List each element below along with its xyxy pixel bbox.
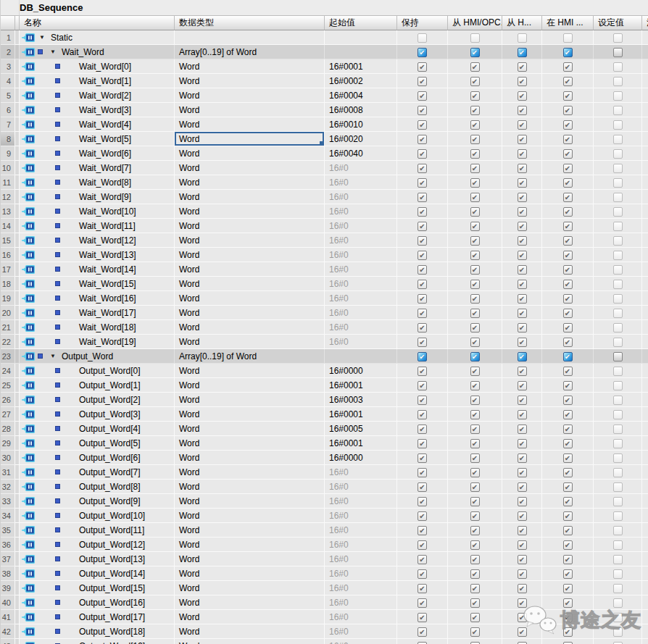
datatype-cell[interactable]: Word (175, 175, 325, 190)
datatype-cell[interactable]: Word (175, 103, 325, 117)
name-cell[interactable]: Output_Word[0] (20, 364, 175, 378)
datatype-cell[interactable]: Word (175, 117, 325, 132)
start-value-cell[interactable] (325, 30, 397, 45)
header-name[interactable]: 名称 (20, 16, 175, 30)
start-value-cell[interactable]: 16#0008 (325, 103, 397, 117)
checkbox-in-hmi[interactable]: ✔ (563, 352, 573, 361)
row-number[interactable]: 13 (1, 204, 15, 219)
row-number[interactable]: 22 (1, 335, 15, 349)
datatype-cell[interactable]: Word (175, 378, 325, 393)
start-value-cell[interactable]: 16#0003 (325, 393, 397, 407)
checkbox-from-h[interactable]: ✔ (518, 352, 527, 361)
datatype-cell[interactable]: Word (175, 595, 325, 610)
row-number[interactable]: 36 (1, 538, 15, 552)
datatype-cell[interactable]: Word (175, 219, 325, 233)
row-number[interactable]: 38 (1, 566, 15, 581)
start-value-cell[interactable]: 16#0 (325, 306, 397, 320)
datatype-cell[interactable]: Word (175, 436, 325, 451)
datatype-cell[interactable]: Word (175, 494, 325, 509)
row-number[interactable]: 7 (1, 117, 15, 132)
start-value-cell[interactable]: 16#0 (325, 204, 397, 219)
datatype-cell[interactable]: Word (175, 610, 325, 624)
start-value-cell[interactable]: 16#0 (325, 610, 397, 624)
datatype-cell[interactable]: Word (175, 190, 325, 204)
row-number[interactable]: 17 (1, 262, 15, 277)
start-value-cell[interactable]: 16#0 (325, 161, 397, 175)
checkbox-in-hmi[interactable]: ✔ (563, 48, 573, 57)
name-cell[interactable]: Wait_Word[17] (20, 306, 175, 320)
row-number[interactable]: 40 (1, 595, 15, 610)
header-from-h[interactable]: 从 H... (502, 16, 542, 30)
datatype-cell[interactable]: Word (175, 132, 325, 146)
datatype-cell[interactable]: Word (175, 523, 325, 538)
row-number[interactable]: 10 (1, 161, 15, 175)
row-number[interactable]: 18 (1, 277, 15, 291)
row-number[interactable]: 5 (1, 88, 15, 103)
start-value-cell[interactable]: 16#0 (325, 552, 397, 566)
row-number[interactable]: 15 (1, 233, 15, 248)
name-cell[interactable]: Output_Word[14] (20, 566, 175, 581)
expand-triangle-icon[interactable]: ▼ (50, 49, 56, 55)
name-cell[interactable]: Output_Word[5] (20, 436, 175, 451)
row-number[interactable]: 33 (1, 494, 15, 509)
name-cell[interactable]: Wait_Word[10] (20, 204, 175, 219)
start-value-cell[interactable]: 16#0 (325, 581, 397, 595)
start-value-cell[interactable]: 16#0001 (325, 378, 397, 393)
datatype-cell[interactable]: Word (175, 465, 325, 480)
name-cell[interactable]: Wait_Word[19] (20, 335, 175, 349)
datatype-cell[interactable]: Word (175, 552, 325, 566)
row-number[interactable]: 2 (1, 45, 15, 59)
datatype-cell[interactable]: Word (175, 422, 325, 436)
start-value-cell[interactable]: 16#0 (325, 523, 397, 538)
row-number[interactable]: 20 (1, 306, 15, 320)
name-cell[interactable]: Wait_Word[4] (20, 117, 175, 132)
name-cell[interactable]: Output_Word[19] (20, 639, 175, 644)
datatype-cell[interactable]: Word (175, 262, 325, 277)
header-start-value[interactable]: 起始值 (325, 16, 397, 30)
row-number[interactable]: 28 (1, 422, 15, 436)
row-number[interactable]: 11 (1, 175, 15, 190)
start-value-cell[interactable]: 16#0 (325, 219, 397, 233)
start-value-cell[interactable]: 16#0 (325, 175, 397, 190)
name-cell[interactable]: Wait_Word[7] (20, 161, 175, 175)
row-number[interactable]: 31 (1, 465, 15, 480)
row-number[interactable]: 1 (1, 30, 15, 45)
start-value-cell[interactable]: 16#0001 (325, 59, 397, 74)
datatype-cell[interactable]: Word (175, 233, 325, 248)
datatype-cell[interactable]: Word (175, 480, 325, 494)
row-number[interactable]: 41 (1, 610, 15, 624)
name-cell[interactable]: Output_Word[17] (20, 610, 175, 624)
row-number[interactable]: 21 (1, 320, 15, 335)
row-number[interactable]: 34 (1, 509, 15, 523)
checkbox-from-hmi-opc[interactable]: ✔ (470, 352, 480, 361)
name-cell[interactable]: Wait_Word[14] (20, 262, 175, 277)
start-value-cell[interactable]: 16#0 (325, 465, 397, 480)
start-value-cell[interactable]: 16#0 (325, 277, 397, 291)
datatype-cell[interactable]: Word (175, 451, 325, 465)
start-value-cell[interactable]: 16#0 (325, 595, 397, 610)
name-cell[interactable]: Wait_Word[1] (20, 74, 175, 88)
start-value-cell[interactable]: 16#0 (325, 335, 397, 349)
name-cell[interactable]: ▼Static (20, 30, 175, 45)
datatype-cell[interactable]: Word (175, 74, 325, 88)
name-cell[interactable]: Output_Word[10] (20, 509, 175, 523)
name-cell[interactable]: Output_Word[9] (20, 494, 175, 509)
start-value-cell[interactable]: 16#0 (325, 538, 397, 552)
checkbox-from-h[interactable]: ✔ (518, 48, 527, 57)
name-cell[interactable]: ▼Output_Word (20, 349, 175, 364)
row-number[interactable]: 23 (1, 349, 15, 364)
checkbox-from-hmi-opc[interactable]: ✔ (470, 48, 480, 57)
datatype-cell[interactable]: Word (175, 624, 325, 639)
datatype-cell[interactable]: Array[0..19] of Word (175, 45, 325, 59)
start-value-cell[interactable]: 16#0001 (325, 407, 397, 422)
name-cell[interactable]: Output_Word[2] (20, 393, 175, 407)
start-value-cell[interactable]: 16#0 (325, 262, 397, 277)
datatype-cell[interactable]: Word (175, 306, 325, 320)
name-cell[interactable]: Wait_Word[11] (20, 219, 175, 233)
datatype-cell[interactable]: Word (175, 59, 325, 74)
header-retain[interactable]: 保持 (397, 16, 448, 30)
row-number[interactable]: 29 (1, 436, 15, 451)
start-value-cell[interactable]: 16#0 (325, 494, 397, 509)
row-number[interactable]: 4 (1, 74, 15, 88)
row-number[interactable]: 24 (1, 364, 15, 378)
